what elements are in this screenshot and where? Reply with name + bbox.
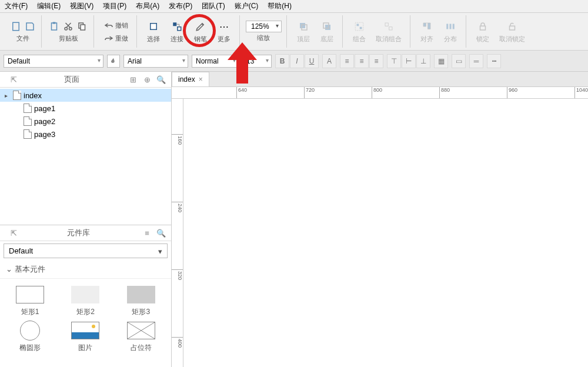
style-dropdown[interactable]: Default	[4, 55, 103, 68]
library-dropdown[interactable]: Default	[4, 243, 168, 258]
tree-arrow-icon[interactable]: ▸	[5, 92, 11, 99]
menu-view[interactable]: 视图(V)	[70, 1, 93, 11]
lib-item-image[interactable]: 图片	[60, 322, 111, 353]
bold-button[interactable]: B	[275, 54, 289, 68]
svg-rect-16	[356, 24, 359, 26]
paste-icon[interactable]	[48, 20, 61, 33]
collapse-library-icon[interactable]: ⇱	[8, 228, 19, 238]
align-top-button[interactable]: ⊤	[387, 54, 401, 68]
svg-rect-21	[449, 24, 451, 29]
add-folder-icon[interactable]: ⊞	[128, 74, 138, 85]
border-color-button[interactable]: ▭	[452, 54, 466, 68]
lock-group: 锁定 取消锁定	[467, 15, 533, 48]
ungroup-button[interactable]: 取消组合	[372, 18, 405, 45]
search-pages-icon[interactable]: 🔍	[156, 74, 166, 85]
page-label: page3	[34, 130, 55, 139]
canvas-tab-index[interactable]: index ×	[172, 72, 209, 86]
size-dropdown[interactable]: 13	[242, 55, 272, 68]
zoom-group: 125% 缩放	[241, 15, 287, 48]
menu-file[interactable]: 文件(F)	[5, 1, 28, 11]
redo-button[interactable]: 重做	[100, 32, 132, 45]
undo-redo-group: 撤销 重做	[95, 15, 137, 48]
v-tick: 320	[172, 269, 183, 280]
svg-rect-18	[385, 23, 388, 26]
layer-group: 顶层 底层	[288, 15, 343, 48]
v-align-group: ⊤ ⊢ ⊥	[387, 54, 430, 68]
collapse-panel-icon[interactable]: ⇱	[8, 74, 19, 85]
page-label: page2	[34, 117, 55, 126]
svg-rect-19	[389, 27, 392, 30]
menu-account[interactable]: 账户(C)	[235, 1, 259, 11]
align-right-button[interactable]: ≡	[369, 54, 383, 68]
h-tick: 960	[507, 87, 517, 98]
menu-team[interactable]: 团队(T)	[202, 1, 225, 11]
select-tool[interactable]: 选择	[143, 18, 164, 45]
add-page-icon[interactable]: ⊕	[142, 74, 152, 85]
svg-rect-22	[452, 24, 454, 29]
distribute-button[interactable]: 分布	[440, 18, 461, 45]
bring-to-front[interactable]: 顶层	[293, 18, 314, 45]
page-item-page3[interactable]: page3	[0, 128, 171, 141]
svg-rect-23	[480, 26, 485, 30]
underline-button[interactable]: U	[305, 54, 319, 68]
svg-point-3	[65, 28, 68, 31]
svg-rect-10	[178, 27, 181, 31]
cut-icon[interactable]	[62, 20, 75, 33]
v-tick: 160	[172, 134, 183, 145]
svg-rect-8	[151, 24, 156, 29]
library-menu-icon[interactable]: ≡	[142, 228, 152, 238]
align-middle-button[interactable]: ⊢	[402, 54, 416, 68]
page-item-page1[interactable]: page1	[0, 102, 171, 115]
align-center-button[interactable]: ≡	[355, 54, 369, 68]
group-button[interactable]: 组合	[349, 18, 370, 45]
connect-tool[interactable]: 连接	[166, 18, 188, 45]
main-area: ⇱ 页面 ⊞ ⊕ 🔍 ▸ index page1 page2	[0, 72, 588, 367]
canvas[interactable]	[183, 99, 588, 367]
lib-item-rect2[interactable]: 矩形2	[60, 286, 111, 317]
italic-button[interactable]: I	[290, 54, 304, 68]
svg-rect-2	[53, 22, 56, 24]
library-section[interactable]: 基本元件	[0, 261, 171, 279]
copy-icon[interactable]	[76, 20, 89, 33]
page-tree: ▸ index page1 page2 page3	[0, 88, 171, 225]
menu-layout-a[interactable]: 布局(A)	[136, 1, 159, 11]
pen-tool[interactable]: 钢笔	[190, 18, 211, 45]
lib-item-rect1[interactable]: 矩形1	[5, 286, 55, 317]
menu-project[interactable]: 项目(P)	[103, 1, 126, 11]
undo-button[interactable]: 撤销	[100, 19, 132, 32]
zoom-dropdown[interactable]: 125%	[246, 21, 282, 32]
menu-help[interactable]: 帮助(H)	[268, 1, 292, 11]
lib-item-placeholder[interactable]: 占位符	[116, 322, 166, 353]
lib-item-rect3[interactable]: 矩形3	[116, 286, 166, 317]
align-bottom-button[interactable]: ⊥	[416, 54, 430, 68]
border-width-button[interactable]: ═	[469, 54, 483, 68]
close-tab-icon[interactable]: ×	[199, 75, 203, 84]
new-file-icon[interactable]	[9, 20, 22, 33]
text-color-button[interactable]: A	[322, 54, 336, 68]
page-item-page2[interactable]: page2	[0, 115, 171, 128]
save-icon[interactable]	[24, 20, 36, 33]
more-tools[interactable]: ⋯ 更多	[213, 18, 235, 45]
toolbar: 文件 剪贴板 撤销 重做 选择 连接 钢笔 ⋯	[0, 13, 588, 51]
fill-color-icon[interactable]	[107, 55, 120, 68]
search-library-icon[interactable]: 🔍	[156, 228, 166, 238]
page-item-index[interactable]: ▸ index	[0, 89, 171, 102]
menu-publish[interactable]: 发布(P)	[169, 1, 192, 11]
clipboard-label: 剪贴板	[59, 34, 78, 43]
unlock-button[interactable]: 取消锁定	[496, 18, 529, 45]
svg-point-4	[69, 28, 72, 31]
group-group: 组合 取消组合	[344, 15, 410, 48]
font-dropdown[interactable]: Arial	[123, 55, 188, 68]
send-to-back[interactable]: 底层	[316, 18, 338, 45]
border-style-button[interactable]: ┅	[487, 54, 501, 68]
menu-edit[interactable]: 编辑(E)	[37, 1, 61, 11]
library-header: ⇱ 元件库 ≡ 🔍	[0, 225, 171, 241]
page-icon	[24, 104, 32, 113]
canvas-body: 160 240 320 400	[172, 99, 588, 367]
weight-dropdown[interactable]: Normal	[192, 55, 239, 68]
lib-item-ellipse[interactable]: 椭圆形	[5, 322, 55, 353]
fill-button[interactable]: ▦	[434, 54, 448, 68]
align-left-button[interactable]: ≡	[340, 54, 354, 68]
align-button[interactable]: 对齐	[416, 18, 437, 45]
lock-button[interactable]: 锁定	[472, 18, 493, 45]
